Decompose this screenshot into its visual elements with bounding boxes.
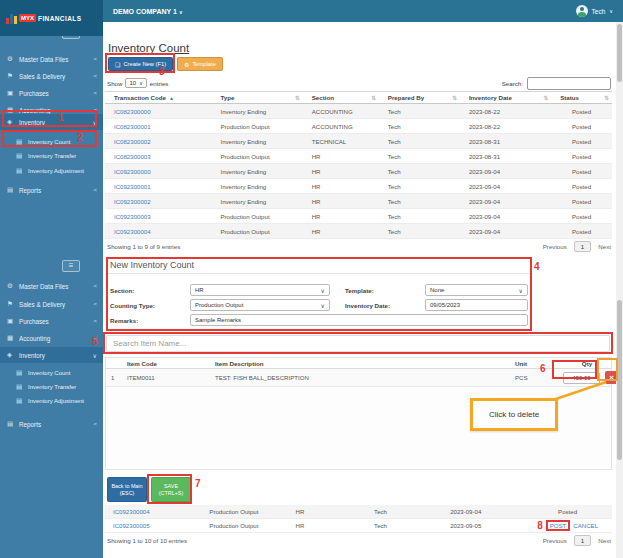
annotation-number-4: 4 (534, 261, 540, 272)
column-header[interactable]: Prepared By⇅ (379, 94, 460, 101)
sidebar-item-inventory-adjustment[interactable]: ▤Inventory Adjustment (0, 393, 103, 409)
scrollbar-thumb[interactable] (617, 24, 622, 82)
chevron-collapsed-icon: < (93, 301, 97, 307)
company-selector[interactable]: DEMO COMPANY 1 ∨ (113, 8, 183, 15)
sidebar-item-label: Inventory (19, 119, 45, 126)
transaction-code-link[interactable]: IC092300004 (105, 508, 201, 515)
scrollbar-track[interactable] (616, 22, 623, 256)
annotation-number-6: 6 (540, 363, 546, 374)
remarks-input[interactable]: Sample Remarks (190, 314, 528, 326)
top-header-bar: DEMO COMPANY 1 ∨ Tech∨ (103, 0, 623, 22)
column-label: Qty (558, 360, 611, 367)
section-value: HR (195, 287, 204, 293)
caret-down-icon: ∨ (609, 8, 613, 14)
column-header[interactable]: Transaction Code▲ (105, 94, 211, 101)
sidebar-item-label: Sales & Delivery (19, 301, 65, 308)
column-label: Inventory Date (469, 94, 512, 101)
hamburger-menu-icon[interactable]: ≡ (62, 260, 80, 272)
cell-date: 2023-09-04 (460, 168, 551, 175)
transaction-code-link[interactable]: IC092300004 (105, 228, 211, 235)
transaction-code-link[interactable]: IC082300000 (105, 108, 211, 115)
cancel-link[interactable]: CANCEL (573, 522, 598, 529)
item-search-input[interactable] (106, 335, 610, 352)
pagination-page-1[interactable]: 1 (574, 241, 591, 252)
inventory-date-input[interactable]: 09/05/2023 (425, 299, 528, 311)
sidebar-item-inventory[interactable]: ◈Inventory∨ (0, 114, 103, 130)
page-size-select[interactable]: 10∨ (125, 78, 146, 88)
sidebar-item-label: Inventory (19, 352, 45, 359)
sidebar-item-sales-delivery[interactable]: ⚑Sales & Delivery< (0, 296, 103, 312)
sidebar-item-sales-delivery[interactable]: ⚑Sales & Delivery< (0, 68, 103, 84)
counting-type-select[interactable]: Production Output∨ (190, 299, 330, 311)
sidebar-item-label: Sales & Delivery (19, 73, 65, 80)
transaction-code-link[interactable]: IC082300001 (105, 123, 211, 130)
qty-input[interactable] (563, 372, 600, 384)
template-value: None (430, 287, 444, 293)
cell-date: 2023-08-22 (460, 108, 551, 115)
chevron-collapsed-icon: < (93, 283, 97, 289)
item-row: 1 ITEM0011 TEST: FISH BALL_DESCRIPTION P… (106, 369, 611, 387)
template-button[interactable]: ⚙Template (177, 57, 223, 71)
table-row: IC082300003Production OutputHRTech2023-0… (105, 149, 612, 164)
pagination-previous[interactable]: Previous (543, 537, 567, 544)
sidebar-item-purchases[interactable]: ▣Purchases< (0, 313, 103, 329)
column-label: Item Code (122, 360, 210, 367)
table-row: IC092300005 Production Output HR Tech 20… (105, 519, 612, 533)
template-label: Template (192, 61, 216, 67)
column-header[interactable]: Type⇅ (211, 94, 302, 101)
sidebar-item-inventory-transfer[interactable]: ▤Inventory Transfer (0, 148, 103, 164)
transaction-code-link[interactable]: IC082300003 (105, 153, 211, 160)
pagination-next[interactable]: Next (598, 243, 611, 250)
transaction-code-link[interactable]: IC092300005 (105, 522, 201, 529)
sidebar-item-inventory[interactable]: ◈Inventory∨ (0, 347, 103, 363)
column-header[interactable]: Status⇅ (551, 94, 612, 101)
chevron-collapsed-icon: < (93, 421, 97, 427)
cell-status: Posted (551, 138, 612, 145)
item-qty-cell: × (558, 371, 620, 384)
table-row: IC092300001Inventory EndingHRTech2023-09… (105, 179, 612, 194)
sidebar-item-inventory-adjustment[interactable]: ▤Inventory Adjustment (0, 163, 103, 179)
transaction-code-link[interactable]: IC082300002 (105, 138, 211, 145)
table-search: Search: (502, 77, 611, 90)
cell-date: 2023-09-04 (460, 183, 551, 190)
table-row: IC092300003Production OutputHRTech2023-0… (105, 209, 612, 224)
search-input[interactable] (527, 77, 611, 90)
section-select[interactable]: HR∨ (190, 284, 330, 296)
pagination-next[interactable]: Next (598, 537, 611, 544)
sidebar-item-reports[interactable]: ▤Reports< (0, 182, 103, 198)
save-button[interactable]: SAVE(CTRL+S) (151, 477, 191, 502)
scrollbar-track[interactable] (616, 256, 623, 558)
item-description: TEST: FISH BALL_DESCRIPTION (210, 374, 510, 381)
post-link[interactable]: POST (546, 520, 571, 531)
sidebar-item-purchases[interactable]: ▣Purchases< (0, 85, 103, 101)
scrollbar-thumb[interactable] (617, 300, 622, 460)
caret-down-icon: ∨ (321, 302, 325, 309)
transaction-code-link[interactable]: IC092300002 (105, 198, 211, 205)
cell-date: 2023-09-04 (442, 508, 523, 515)
transaction-code-link[interactable]: IC092300003 (105, 213, 211, 220)
user-menu[interactable]: Tech∨ (576, 5, 613, 17)
search-label: Search: (502, 80, 523, 87)
sidebar-item-label: Reports (19, 421, 41, 428)
sidebar-item-reports[interactable]: ▤Reports< (0, 416, 103, 432)
sidebar-item-accounting[interactable]: ▦Accounting< (0, 330, 103, 346)
table-row: IC082300002Inventory EndingTECHNICALTech… (105, 134, 612, 149)
sidebar-item-master-data-files[interactable]: ⚙Master Data Files< (0, 51, 103, 67)
transaction-code-link[interactable]: IC092300001 (105, 183, 211, 190)
template-select[interactable]: None∨ (425, 284, 528, 296)
page-title: Inventory Count (108, 42, 189, 54)
chevron-collapsed-icon: < (93, 318, 97, 324)
cell-prepared-by: Tech (379, 213, 460, 220)
column-header[interactable]: Section⇅ (303, 94, 379, 101)
purchases-icon: ▣ (7, 89, 15, 97)
annotation-number-1: 1 (58, 112, 64, 123)
form-title: New Inventory Count (110, 260, 194, 270)
back-to-main-button[interactable]: Back to Main(ESC) (107, 477, 147, 502)
pagination-previous[interactable]: Previous (543, 243, 567, 250)
sidebar-item-master-data-files[interactable]: ⚙Master Data Files< (0, 278, 103, 294)
transaction-code-link[interactable]: IC092300000 (105, 168, 211, 175)
column-header[interactable]: Inventory Date⇅ (460, 94, 551, 101)
pagination-page-1[interactable]: 1 (574, 535, 591, 546)
sidebar-item-label: Reports (19, 187, 41, 194)
sidebar-item-label: Purchases (19, 90, 49, 97)
